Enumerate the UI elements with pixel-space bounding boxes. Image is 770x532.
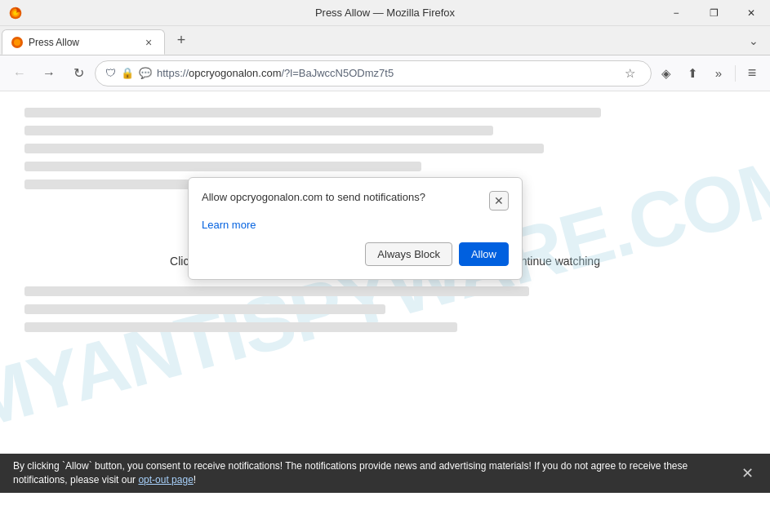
url-domain: opcryogonalon.com: [189, 67, 281, 79]
blur-line: [24, 304, 385, 314]
bottom-bar-close-button[interactable]: ✕: [737, 463, 757, 483]
navbar: ← → ↻ 🛡 🔒 💬 https://opcryogonalon.com/?l…: [0, 55, 770, 91]
firefox-logo-icon: [8, 6, 23, 20]
tab-favicon-icon: [11, 36, 24, 49]
address-bar[interactable]: 🛡 🔒 💬 https://opcryogonalon.com/?l=BaJwc…: [95, 60, 652, 86]
svg-point-4: [14, 39, 20, 46]
blur-line: [24, 162, 421, 171]
popup-buttons: Always Block Allow: [202, 242, 509, 266]
tab-overflow-button[interactable]: ⌄: [741, 28, 767, 54]
blur-line: [24, 322, 457, 332]
url-protocol: https://: [157, 67, 189, 79]
active-tab[interactable]: Press Allow ×: [2, 29, 165, 55]
nav-separator: [735, 65, 736, 82]
notification-permission-icon: 💬: [139, 67, 152, 79]
minimize-button[interactable]: −: [657, 0, 695, 26]
titlebar: Press Allow — Mozilla Firefox − ❐ ✕: [0, 0, 770, 26]
lock-icon: 🔒: [121, 67, 134, 79]
notification-popup: Allow opcryogonalon.com to send notifica…: [188, 177, 523, 280]
blur-line: [24, 108, 601, 117]
popup-title: Allow opcryogonalon.com to send notifica…: [202, 191, 489, 203]
pocket-button[interactable]: ◈: [655, 62, 678, 85]
url-path: /?l=BaJwccN5ODmz7t5: [282, 67, 394, 79]
overflow-button[interactable]: »: [707, 62, 730, 85]
tracking-protection-icon: 🛡: [105, 67, 116, 79]
blur-line: [24, 126, 493, 135]
window-title: Press Allow — Mozilla Firefox: [315, 7, 455, 19]
content-area: MYANTISPYWARE.COM Click the «Allow» butt…: [0, 91, 770, 493]
reload-button[interactable]: ↻: [65, 60, 91, 86]
url-display[interactable]: https://opcryogonalon.com/?l=BaJwccN5ODm…: [157, 67, 613, 79]
blur-line: [24, 144, 544, 153]
allow-button[interactable]: Allow: [459, 242, 509, 266]
bottom-bar-text: By clicking `Allow` button, you consent …: [13, 459, 737, 487]
share-button[interactable]: ⬆: [681, 62, 704, 85]
popup-header: Allow opcryogonalon.com to send notifica…: [202, 191, 509, 211]
restore-button[interactable]: ❐: [695, 0, 732, 26]
window-controls: − ❐ ✕: [657, 0, 770, 26]
popup-close-button[interactable]: ✕: [489, 191, 509, 211]
tabbar: Press Allow × + ⌄: [0, 26, 770, 55]
opt-out-link[interactable]: opt-out page: [138, 474, 193, 485]
bottom-notification-bar: By clicking `Allow` button, you consent …: [0, 454, 770, 493]
tab-close-button[interactable]: ×: [141, 35, 156, 50]
blur-line: [24, 286, 529, 296]
page-background-content-2: [0, 270, 770, 357]
bottom-bar-text-before: By clicking `Allow` button, you consent …: [13, 460, 688, 485]
close-button[interactable]: ✕: [732, 0, 770, 26]
back-button[interactable]: ←: [7, 60, 33, 86]
bookmark-button[interactable]: ☆: [618, 62, 641, 85]
learn-more-link[interactable]: Learn more: [202, 219, 509, 231]
forward-button[interactable]: →: [36, 60, 62, 86]
menu-button[interactable]: ≡: [741, 62, 763, 85]
new-tab-button[interactable]: +: [168, 28, 194, 54]
bottom-bar-text-after: !: [194, 474, 196, 485]
tab-title: Press Allow: [29, 37, 136, 48]
always-block-button[interactable]: Always Block: [365, 242, 452, 266]
